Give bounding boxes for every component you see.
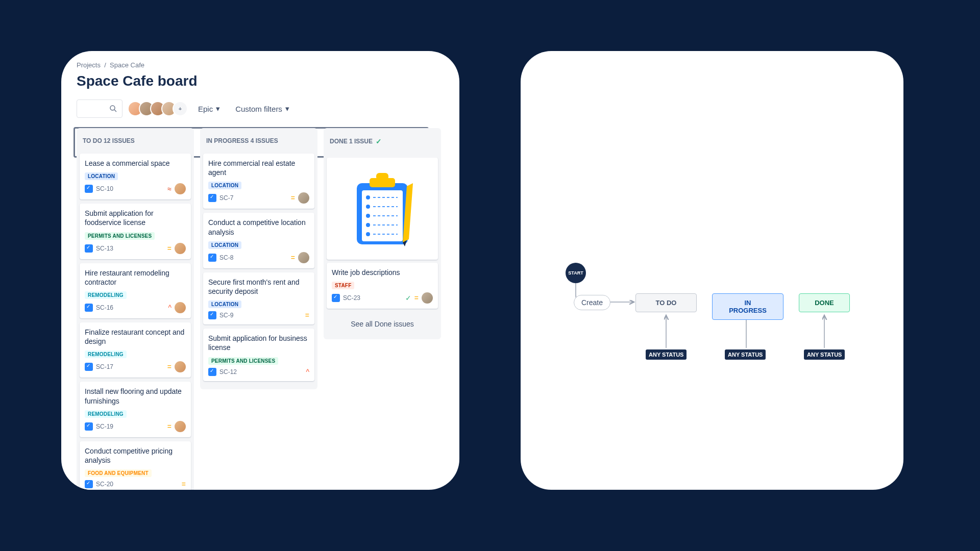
issue-card[interactable]: Secure first month's rent and security d… — [203, 272, 314, 324]
board-column: TO DO 12 ISSUESLease a commercial spaceL… — [77, 128, 194, 490]
issue-card[interactable]: Submit application for business licenseP… — [203, 329, 314, 381]
assignee-avatar[interactable] — [175, 361, 186, 372]
assignee-avatar[interactable] — [175, 421, 186, 432]
assignee-avatar[interactable] — [422, 292, 433, 304]
column-header-label: DONE 1 ISSUE — [330, 138, 373, 145]
card-meta: ✓= — [405, 292, 433, 304]
priority-icon: = — [305, 311, 309, 319]
breadcrumb-project[interactable]: Space Cafe — [110, 61, 144, 69]
card-id: SC-16 — [85, 304, 113, 312]
board-column: DONE 1 ISSUE✓ Write job descriptionsSTAF… — [324, 128, 441, 339]
card-footer: SC-17= — [85, 361, 186, 372]
epic-badge: LOCATION — [208, 300, 241, 308]
card-id-text: SC-16 — [96, 304, 113, 311]
epic-badge: REMODELING — [85, 350, 127, 358]
epic-filter[interactable]: Epic ▾ — [193, 101, 225, 116]
card-meta: = — [167, 243, 186, 254]
workflow-any-status[interactable]: ANY STATUS — [804, 349, 845, 360]
workflow-create-transition[interactable]: Create — [574, 295, 610, 310]
workflow-status-todo[interactable]: TO DO — [635, 293, 697, 312]
column-header[interactable]: DONE 1 ISSUE✓ — [324, 128, 441, 155]
board-column: IN PROGRESS 4 ISSUESHire commercial real… — [200, 128, 317, 389]
card-id-text: SC-8 — [219, 254, 233, 261]
workflow-status-done[interactable]: DONE — [799, 293, 850, 312]
workflow-start-node[interactable]: START — [566, 263, 586, 283]
issue-card[interactable]: Write job descriptionsSTAFFSC-23✓= — [327, 263, 438, 309]
issue-card[interactable]: Finalize restaurant concept and designRE… — [80, 322, 191, 378]
card-meta: = — [182, 480, 186, 488]
see-all-done-link[interactable]: See all Done issues — [324, 313, 441, 335]
task-icon — [85, 304, 93, 312]
priority-icon: = — [414, 294, 419, 302]
card-footer: SC-10≈ — [85, 183, 186, 194]
epic-badge: STAFF — [332, 282, 354, 289]
card-footer: SC-23✓= — [332, 292, 433, 304]
card-id: SC-20 — [85, 480, 113, 488]
issue-card[interactable]: Conduct a competitive location analysisL… — [203, 213, 314, 268]
breadcrumb-projects[interactable]: Projects — [77, 61, 101, 69]
priority-icon: ≈ — [167, 185, 172, 193]
card-id-text: SC-7 — [219, 194, 233, 202]
task-icon — [85, 244, 93, 253]
assignee-avatar[interactable] — [298, 252, 309, 263]
done-illustration — [327, 158, 438, 260]
avatar-more[interactable]: + — [173, 101, 188, 116]
card-id: SC-10 — [85, 185, 113, 193]
issue-card[interactable]: Install new flooring and update furnishi… — [80, 382, 191, 437]
workflow-panel: START Create TO DO IN PROGRESS DONE ANY … — [521, 51, 903, 490]
card-id-text: SC-19 — [96, 423, 113, 430]
issue-card[interactable]: Hire commercial real estate agentLOCATIO… — [203, 154, 314, 209]
card-meta: = — [167, 421, 186, 432]
card-meta: ^ — [168, 302, 186, 313]
column-header[interactable]: TO DO 12 ISSUES — [77, 128, 194, 154]
card-id-text: SC-23 — [343, 294, 360, 302]
svg-point-10 — [366, 214, 370, 218]
chevron-down-icon: ▾ — [285, 104, 289, 113]
card-footer: SC-9= — [208, 311, 309, 319]
card-id: SC-19 — [85, 422, 113, 431]
svg-point-12 — [366, 223, 370, 227]
card-id-text: SC-10 — [96, 185, 113, 192]
card-id: SC-7 — [208, 194, 233, 202]
card-id-text: SC-9 — [219, 312, 233, 319]
workflow-any-status[interactable]: ANY STATUS — [646, 349, 687, 360]
card-id: SC-13 — [85, 244, 113, 253]
workflow-status-inprogress[interactable]: IN PROGRESS — [712, 293, 783, 320]
issue-card[interactable]: Lease a commercial spaceLOCATIONSC-10≈ — [80, 154, 191, 199]
assignee-avatar[interactable] — [298, 192, 309, 204]
avatar-group[interactable]: + — [128, 101, 188, 116]
issue-card[interactable]: Submit application for foodservice licen… — [80, 204, 191, 259]
custom-filters[interactable]: Custom filters ▾ — [230, 101, 295, 116]
card-id-text: SC-20 — [96, 481, 113, 488]
card-footer: SC-7= — [208, 192, 309, 204]
assignee-avatar[interactable] — [175, 183, 186, 194]
card-id: SC-9 — [208, 311, 233, 319]
card-id-text: SC-12 — [219, 368, 237, 375]
column-header[interactable]: IN PROGRESS 4 ISSUES — [200, 128, 317, 154]
card-title: Hire commercial real estate agent — [208, 159, 309, 177]
epic-badge: REMODELING — [85, 410, 127, 418]
epic-badge: LOCATION — [208, 182, 241, 189]
card-footer: SC-19= — [85, 421, 186, 432]
svg-point-14 — [366, 232, 370, 236]
card-title: Hire restaurant remodeling contractor — [85, 268, 186, 287]
task-icon — [85, 363, 93, 371]
card-id-text: SC-13 — [96, 245, 113, 252]
assignee-avatar[interactable] — [175, 302, 186, 313]
search-input[interactable] — [77, 99, 122, 118]
custom-filters-label: Custom filters — [235, 105, 282, 113]
svg-point-0 — [110, 106, 115, 110]
priority-icon: ^ — [168, 304, 172, 312]
card-title: Submit application for foodservice licen… — [85, 209, 186, 227]
issue-card[interactable]: Hire restaurant remodeling contractorREM… — [80, 263, 191, 318]
svg-point-6 — [366, 195, 370, 199]
issue-card[interactable]: Conduct competitive pricing analysisFOOD… — [80, 441, 191, 490]
epic-badge: PERMITS AND LICENSES — [85, 232, 155, 240]
card-meta: = — [291, 252, 309, 263]
workflow-any-status[interactable]: ANY STATUS — [725, 349, 766, 360]
card-id: SC-17 — [85, 363, 113, 371]
priority-icon: = — [167, 422, 172, 431]
task-icon — [85, 480, 93, 488]
assignee-avatar[interactable] — [175, 243, 186, 254]
card-title: Submit application for business license — [208, 334, 309, 352]
